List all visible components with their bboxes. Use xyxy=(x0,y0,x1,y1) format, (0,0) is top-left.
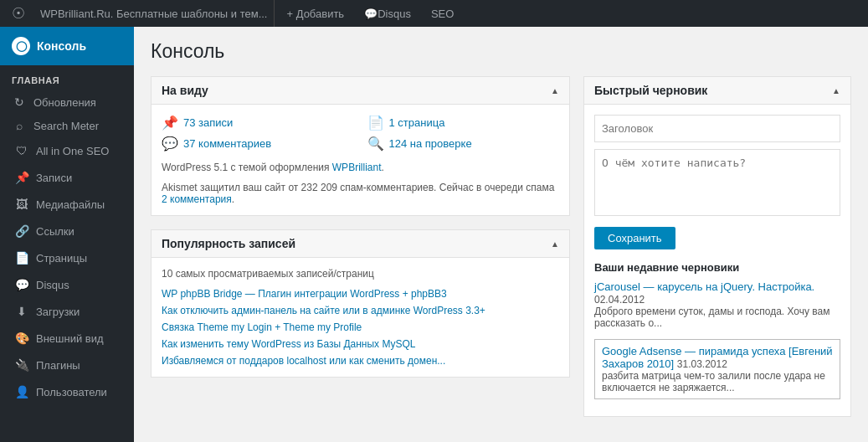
draft-content-input[interactable] xyxy=(594,149,840,216)
popularity-link-0[interactable]: WP phpBB Bridge — Плагин интеграции Word… xyxy=(162,288,559,300)
media-icon: 🖼 xyxy=(14,198,29,211)
updates-label: Обновления xyxy=(33,96,96,109)
search-meter-icon: ⌕ xyxy=(12,119,27,132)
pages-label: Страницы xyxy=(36,252,87,265)
sidebar-section-main: Главная xyxy=(0,65,134,90)
users-icon: 👤 xyxy=(14,385,29,398)
sidebar-item-downloads[interactable]: ⬇ Загрузки xyxy=(0,298,134,325)
sidebar-item-updates[interactable]: ↻ Обновления xyxy=(0,90,134,114)
left-column: На виду ▲ 📌 73 записи 📄 1 страница xyxy=(151,76,570,430)
right-column: Быстрый черновик ▲ Сохранить Ваши недавн… xyxy=(583,76,851,430)
appearance-label: Внешний вид xyxy=(36,332,104,345)
links-label: Ссылки xyxy=(36,225,74,238)
popularity-subtitle: 10 самых просматриваемых записей/страниц xyxy=(162,268,559,280)
quick-draft-widget: Быстрый черновик ▲ Сохранить Ваши недавн… xyxy=(583,76,851,417)
wp-version-text: WordPress 5.1 с темой оформления WPBrill… xyxy=(162,162,559,173)
comments-stat-link[interactable]: 37 комментариев xyxy=(183,137,271,150)
seo-menu-item[interactable]: SEO xyxy=(423,0,462,27)
site-name[interactable]: WPBrilliant.Ru. Бесплатные шаблоны и тем… xyxy=(33,0,275,27)
popularity-link-1[interactable]: Как отключить админ-панель на сайте или … xyxy=(162,305,559,316)
users-label: Пользователи xyxy=(36,386,107,398)
disqus-label: Disqus xyxy=(36,279,69,291)
pages-stat-link[interactable]: 1 страница xyxy=(389,116,445,129)
downloads-icon: ⬇ xyxy=(14,305,29,318)
popularity-collapse-icon: ▲ xyxy=(551,239,559,249)
links-icon: 🔗 xyxy=(14,224,29,238)
draft-excerpt-0: Доброго времени суток, дамы и господа. Х… xyxy=(594,306,840,329)
comments-stat[interactable]: 💬 37 комментариев xyxy=(162,136,354,152)
at-a-glance-body: 📌 73 записи 📄 1 страница 💬 37 комментари… xyxy=(152,105,569,215)
sidebar-item-media[interactable]: 🖼 Медиафайлы xyxy=(0,191,134,218)
popularity-header[interactable]: Популярность записей ▲ xyxy=(152,230,569,258)
posts-icon: 📌 xyxy=(14,171,29,184)
posts-label: Записи xyxy=(36,172,72,184)
sidebar: ◯ Консоль Главная ↻ Обновления ⌕ Search … xyxy=(0,27,134,442)
moderation-stat[interactable]: 🔍 124 на проверке xyxy=(367,136,560,152)
page-title: Консоль xyxy=(151,40,851,63)
search-meter-label: Search Meter xyxy=(33,120,99,132)
appearance-icon: 🎨 xyxy=(14,332,29,345)
at-a-glance-header[interactable]: На виду ▲ xyxy=(152,77,569,105)
akismet-text: Akismet защитил ваш сайт от 232 209 спам… xyxy=(162,182,559,205)
recent-drafts-title: Ваши недавние черновики xyxy=(594,261,840,274)
updates-icon: ↻ xyxy=(12,95,27,109)
popularity-links: WP phpBB Bridge — Плагин интеграции Word… xyxy=(162,288,559,367)
quick-draft-body: Сохранить Ваши недавние черновики jCarou… xyxy=(584,105,850,416)
sidebar-item-posts[interactable]: 📌 Записи xyxy=(0,164,134,191)
plugins-label: Плагины xyxy=(36,359,80,372)
popularity-link-2[interactable]: Связка Theme my Login + Theme my Profile xyxy=(162,321,559,333)
draft-meta-0: jCarousel — карусель на jQuery. Настройк… xyxy=(594,280,840,306)
sidebar-item-search-meter[interactable]: ⌕ Search Meter xyxy=(0,114,134,137)
popularity-link-3[interactable]: Как изменить тему WordPress из Базы Данн… xyxy=(162,338,559,350)
posts-stat-link[interactable]: 73 записи xyxy=(183,116,233,129)
top-bar: ☉ WPBrilliant.Ru. Бесплатные шаблоны и т… xyxy=(0,0,868,27)
sidebar-item-pages[interactable]: 📄 Страницы xyxy=(0,244,134,271)
posts-stat-icon: 📌 xyxy=(162,115,178,131)
sidebar-item-users[interactable]: 👤 Пользователи xyxy=(0,378,134,405)
save-draft-button[interactable]: Сохранить xyxy=(594,227,675,249)
popularity-body: 10 самых просматриваемых записей/страниц… xyxy=(152,258,569,377)
add-new-button[interactable]: + Добавить xyxy=(278,0,352,27)
draft-item-1: Google Adsense — пирамида успеха [Евгени… xyxy=(594,339,840,399)
draft-title-input[interactable] xyxy=(594,115,840,142)
sidebar-item-appearance[interactable]: 🎨 Внешний вид xyxy=(0,325,134,352)
media-label: Медиафайлы xyxy=(36,198,105,211)
moderation-stat-icon: 🔍 xyxy=(367,136,384,152)
quick-draft-collapse-icon: ▲ xyxy=(832,86,840,95)
main-content: Консоль На виду ▲ 📌 73 записи xyxy=(134,27,868,442)
disqus-icon: 💬 xyxy=(14,278,29,291)
dashboard-icon: ◯ xyxy=(12,37,30,55)
quick-draft-header[interactable]: Быстрый черновик ▲ xyxy=(584,77,850,105)
sidebar-item-all-in-one-seo[interactable]: 🛡 All in One SEO xyxy=(0,137,134,164)
collapse-icon: ▲ xyxy=(551,86,559,95)
all-in-one-seo-label: All in One SEO xyxy=(36,145,109,157)
comment-icon: 💬 xyxy=(364,8,378,20)
pages-icon: 📄 xyxy=(14,251,29,265)
comments-stat-icon: 💬 xyxy=(162,136,178,152)
akismet-spam-link[interactable]: 2 комментария xyxy=(162,193,232,205)
plugins-icon: 🔌 xyxy=(14,358,29,372)
at-a-glance-title: На виду xyxy=(162,84,208,97)
sidebar-item-links[interactable]: 🔗 Ссылки xyxy=(0,218,134,244)
at-a-glance-widget: На виду ▲ 📌 73 записи 📄 1 страница xyxy=(151,76,570,216)
downloads-label: Загрузки xyxy=(36,306,80,318)
pages-stat-icon: 📄 xyxy=(367,115,384,131)
popularity-widget: Популярность записей ▲ 10 самых просматр… xyxy=(151,229,570,378)
disqus-menu-item[interactable]: 💬 Disqus xyxy=(356,0,419,27)
draft-excerpt-1: разбита матрица чем-то залили после удар… xyxy=(602,370,833,393)
seo-shield-icon: 🛡 xyxy=(14,144,29,157)
stats-grid: 📌 73 записи 📄 1 страница 💬 37 комментари… xyxy=(162,115,559,152)
draft-link-0[interactable]: jCarousel — карусель на jQuery. Настройк… xyxy=(594,280,814,293)
draft-item-0: jCarousel — карусель на jQuery. Настройк… xyxy=(594,280,840,329)
sidebar-header-label: Консоль xyxy=(37,39,86,53)
sidebar-header[interactable]: ◯ Консоль xyxy=(0,27,134,65)
theme-link[interactable]: WPBrilliant xyxy=(332,162,382,173)
sidebar-item-disqus[interactable]: 💬 Disqus xyxy=(0,271,134,298)
moderation-stat-link[interactable]: 124 на проверке xyxy=(389,137,472,150)
quick-draft-title: Быстрый черновик xyxy=(594,84,707,97)
posts-stat[interactable]: 📌 73 записи xyxy=(162,115,354,131)
pages-stat[interactable]: 📄 1 страница xyxy=(367,115,560,131)
sidebar-item-plugins[interactable]: 🔌 Плагины xyxy=(0,352,134,378)
popularity-link-4[interactable]: Избавляемся от поддаров localhost или ка… xyxy=(162,355,559,367)
wp-icon[interactable]: ☉ xyxy=(7,2,30,25)
